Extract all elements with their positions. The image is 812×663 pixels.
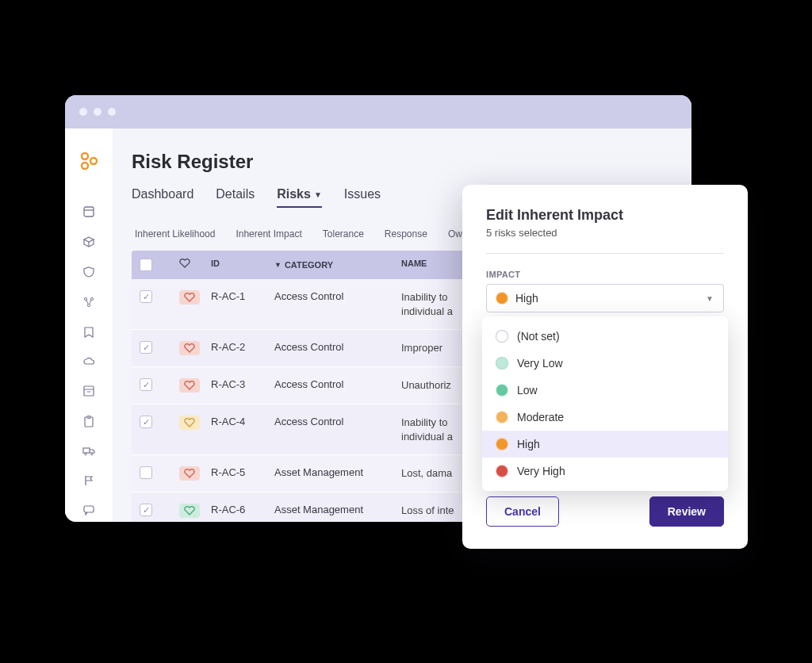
window-dot: [79, 108, 87, 116]
row-category: Asset Management: [274, 504, 401, 515]
nav-chat-icon[interactable]: [82, 505, 95, 515]
svg-marker-5: [84, 237, 94, 242]
row-id: R-AC-5: [211, 466, 274, 478]
nav-flag-icon[interactable]: [82, 475, 95, 486]
chevron-down-icon: ▼: [706, 294, 714, 303]
tab-risks-label: Risks: [277, 187, 311, 201]
row-category: Access Control: [274, 378, 401, 390]
svg-point-9: [87, 304, 90, 306]
impact-field-label: IMPACT: [486, 270, 724, 279]
impact-bullet-icon: [496, 331, 508, 342]
row-category: Asset Management: [274, 466, 401, 478]
row-checkbox[interactable]: [140, 416, 152, 428]
nav-truck-icon[interactable]: [82, 446, 95, 456]
row-category: Access Control: [274, 416, 401, 427]
impact-option-label: Low: [517, 384, 538, 397]
svg-point-2: [90, 158, 97, 164]
svg-point-18: [85, 453, 87, 455]
modal-divider: [486, 253, 724, 254]
impact-bullet-icon: [496, 412, 508, 423]
impact-option-label: Very Low: [517, 357, 563, 370]
impact-option-vhigh[interactable]: Very High: [482, 458, 728, 485]
column-health-icon: [179, 259, 211, 271]
nav-clipboard-icon[interactable]: [82, 416, 95, 427]
nav-archive-icon[interactable]: [82, 385, 95, 397]
impact-option-label: (Not set): [517, 330, 560, 343]
modal-title: Edit Inherent Impact: [486, 207, 724, 224]
nav-cloud-icon[interactable]: [82, 357, 95, 366]
nav-cube-icon[interactable]: [82, 236, 95, 247]
tab-issues[interactable]: Issues: [344, 187, 381, 208]
review-button[interactable]: Review: [649, 496, 724, 527]
health-pill-icon: [179, 504, 200, 518]
impact-option-high[interactable]: High: [482, 431, 728, 458]
row-checkbox[interactable]: [140, 466, 152, 479]
svg-line-11: [90, 300, 91, 304]
tab-risks[interactable]: Risks ▼: [277, 187, 322, 208]
select-all-checkbox[interactable]: [140, 259, 152, 271]
row-checkbox[interactable]: [140, 290, 152, 303]
row-id: R-AC-1: [211, 290, 274, 302]
health-pill-icon: [179, 290, 200, 305]
svg-point-1: [82, 163, 88, 169]
impact-option-mod[interactable]: Moderate: [482, 404, 728, 431]
filter-tolerance[interactable]: Tolerance: [323, 228, 364, 240]
impact-dropdown: (Not set)Very LowLowModerateHighVery Hig…: [482, 316, 728, 491]
impact-option-label: Moderate: [517, 411, 564, 423]
impact-bullet-icon: [496, 293, 508, 304]
impact-select[interactable]: High ▼ (Not set)Very LowLowModerateHighV…: [486, 284, 724, 312]
impact-option-low[interactable]: Low: [482, 377, 728, 404]
column-id[interactable]: ID: [211, 259, 274, 271]
window-titlebar: [65, 95, 691, 128]
impact-selected-value: High: [515, 292, 538, 305]
impact-bullet-icon: [496, 385, 508, 396]
row-id: R-AC-2: [211, 341, 274, 353]
window-dot: [108, 108, 116, 116]
svg-rect-17: [83, 448, 90, 453]
app-logo-icon: [79, 151, 99, 174]
window-dot: [94, 108, 102, 116]
svg-line-10: [86, 300, 88, 304]
filter-likelihood[interactable]: Inherent Likelihood: [135, 228, 215, 240]
row-checkbox[interactable]: [140, 378, 152, 391]
row-checkbox[interactable]: [140, 341, 152, 354]
row-id: R-AC-3: [211, 378, 274, 390]
impact-bullet-icon: [496, 439, 508, 450]
impact-option-notset[interactable]: (Not set): [482, 323, 728, 350]
nav-dashboard-icon[interactable]: [82, 206, 95, 217]
impact-option-label: Very High: [517, 465, 565, 477]
svg-rect-21: [84, 506, 94, 512]
nav-bookmark-icon[interactable]: [82, 327, 95, 338]
side-rail: [65, 128, 113, 522]
nav-network-icon[interactable]: [82, 297, 95, 308]
page-title: Risk Register: [132, 151, 691, 173]
row-id: R-AC-6: [211, 504, 274, 515]
modal-subtitle: 5 risks selected: [486, 227, 724, 239]
svg-rect-12: [84, 386, 94, 396]
row-checkbox[interactable]: [140, 504, 152, 516]
health-pill-icon: [179, 466, 200, 481]
impact-option-vlow[interactable]: Very Low: [482, 350, 728, 377]
filter-response[interactable]: Response: [385, 228, 427, 240]
row-category: Access Control: [274, 290, 401, 302]
impact-option-label: High: [517, 438, 540, 450]
health-pill-icon: [179, 341, 200, 355]
row-category: Access Control: [274, 341, 401, 353]
cancel-button[interactable]: Cancel: [486, 496, 559, 527]
tab-dashboard[interactable]: Dashboard: [132, 187, 193, 208]
column-category[interactable]: ▼CATEGORY: [274, 259, 401, 271]
chevron-down-icon: ▼: [314, 190, 322, 199]
svg-rect-3: [84, 207, 94, 217]
health-pill-icon: [179, 416, 200, 430]
health-pill-icon: [179, 378, 200, 393]
impact-bullet-icon: [496, 358, 508, 369]
nav-shield-icon[interactable]: [82, 266, 95, 278]
row-id: R-AC-4: [211, 416, 274, 427]
edit-impact-modal: Edit Inherent Impact 5 risks selected IM…: [462, 185, 748, 549]
svg-point-19: [91, 453, 94, 455]
impact-bullet-icon: [496, 466, 508, 477]
svg-point-0: [82, 153, 88, 159]
filter-impact[interactable]: Inherent Impact: [236, 228, 301, 240]
tab-details[interactable]: Details: [216, 187, 255, 208]
